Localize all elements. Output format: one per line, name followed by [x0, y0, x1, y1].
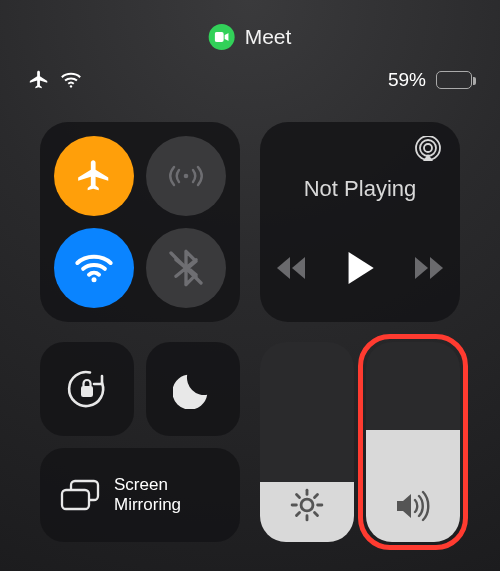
do-not-disturb-toggle[interactable] — [146, 342, 240, 436]
media-tile[interactable]: Not Playing — [260, 122, 460, 322]
svg-point-3 — [92, 277, 97, 282]
bluetooth-toggle[interactable] — [146, 228, 226, 308]
volume-slider[interactable] — [366, 342, 460, 542]
svg-point-10 — [301, 499, 313, 511]
screen-mirroring-button[interactable]: Screen Mirroring — [40, 448, 240, 542]
active-app-name: Meet — [245, 25, 292, 49]
brightness-icon — [290, 488, 324, 522]
next-track-button[interactable] — [414, 257, 444, 279]
cellular-data-toggle[interactable] — [146, 136, 226, 216]
airplane-mode-toggle[interactable] — [54, 136, 134, 216]
wifi-status-icon — [60, 71, 82, 89]
svg-line-16 — [315, 513, 318, 516]
svg-point-2 — [184, 174, 189, 179]
screen-mirroring-label: Screen Mirroring — [114, 475, 219, 515]
svg-point-4 — [424, 144, 432, 152]
volume-icon — [393, 490, 433, 522]
svg-rect-0 — [215, 32, 224, 42]
active-session-pill[interactable]: Meet — [209, 24, 292, 50]
svg-rect-9 — [62, 490, 89, 509]
svg-point-5 — [420, 140, 436, 156]
play-button[interactable] — [346, 252, 374, 284]
brightness-slider[interactable] — [260, 342, 354, 542]
orientation-lock-toggle[interactable] — [40, 342, 134, 436]
battery-percent-label: 59% — [388, 69, 426, 91]
status-bar: 59% — [0, 60, 500, 100]
svg-line-17 — [297, 513, 300, 516]
connectivity-tile[interactable] — [40, 122, 240, 322]
airplane-status-icon — [28, 69, 50, 91]
wifi-toggle[interactable] — [54, 228, 134, 308]
svg-line-15 — [297, 495, 300, 498]
volume-fill — [366, 430, 460, 542]
airplay-icon[interactable] — [414, 136, 442, 162]
screen-mirroring-icon — [60, 479, 100, 511]
svg-rect-7 — [81, 386, 93, 397]
svg-point-1 — [70, 85, 72, 87]
previous-track-button[interactable] — [276, 257, 306, 279]
svg-line-18 — [315, 495, 318, 498]
battery-icon — [436, 71, 472, 89]
camera-active-icon — [209, 24, 235, 50]
media-title: Not Playing — [260, 176, 460, 202]
